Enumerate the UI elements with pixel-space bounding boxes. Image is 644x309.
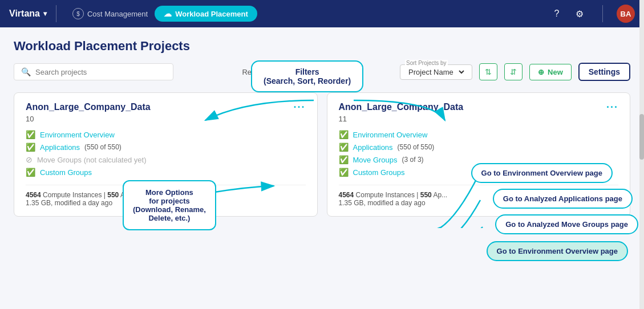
filters-line1: Filters [295, 67, 319, 76]
virtana-brand[interactable]: Virtana ▾ [9, 9, 47, 19]
brand-chevron-icon: ▾ [43, 10, 47, 18]
env-overview-link-1[interactable]: Environment Overview [40, 131, 115, 139]
custom-groups-link-2[interactable]: Custom Groups [353, 168, 405, 177]
ok-icon: ✅ [339, 130, 349, 139]
list-item: ✅ Applications (550 of 550) [339, 143, 619, 152]
more-options-button-2[interactable]: ··· [606, 102, 618, 112]
list-item: ✅ Applications (550 of 550) [26, 143, 306, 152]
disabled-icon: ⊘ [26, 155, 33, 164]
filters-line2: (Search, Sort, Reorder) [264, 76, 351, 86]
virtana-label: Virtana [9, 9, 40, 19]
new-button-label: New [548, 68, 563, 76]
scrollbar[interactable] [639, 0, 644, 309]
cost-management-label: Cost Management [87, 10, 148, 18]
ok-icon: ✅ [339, 143, 349, 152]
card-header-2: Anon_Large_Company_Data ··· [339, 102, 619, 112]
list-item: ✅ Environment Overview [26, 130, 306, 139]
card-title-2: Anon_Large_Company_Data [339, 102, 464, 112]
env-overview-callout-1: Go to Environment Overview page [471, 163, 613, 183]
custom-groups-link-1[interactable]: Custom Groups [40, 168, 92, 177]
sort-label: Sort Projects by [405, 60, 448, 66]
header-right: ? ⚙ BA [548, 5, 635, 23]
applications-callout: Go to Analyzed Applications page [493, 189, 633, 209]
more-options-callout: More Options for projects (Download, Ren… [123, 180, 216, 230]
card-title-1: Anon_Large_Company_Data [26, 102, 151, 112]
card-header-1: Anon_Large_Company_Data ··· [26, 102, 306, 112]
scrollbar-thumb[interactable] [639, 114, 644, 160]
sort-asc-button[interactable]: ⇅ [479, 63, 497, 80]
search-box: 🔍 [14, 63, 173, 80]
cost-management-nav[interactable]: $ Cost Management [66, 6, 155, 22]
move-groups-badge-2: (3 of 3) [402, 156, 424, 164]
more-options-line4: Delete, etc.) [148, 214, 190, 222]
list-item: ✅ Custom Groups [26, 168, 306, 177]
applications-link-2[interactable]: Applications [353, 143, 393, 152]
header-divider [56, 5, 56, 22]
env-overview-callout-2: Go to Environment Overview page [487, 241, 628, 261]
more-options-button-1[interactable]: ··· [293, 102, 305, 112]
env-overview-link-2[interactable]: Environment Overview [353, 131, 428, 139]
search-icon: 🔍 [21, 67, 31, 76]
filters-callout: Filters (Search, Sort, Reorder) [251, 60, 363, 92]
more-options-line3: (Download, Rename, [133, 205, 206, 214]
applications-badge-2: (550 of 550) [398, 143, 435, 151]
header: Virtana ▾ $ Cost Management ☁ Workload P… [0, 0, 644, 27]
sort-desc-button[interactable]: ⇵ [504, 63, 523, 80]
sort-group: Sort Projects by Project Name Date Modif… [400, 64, 472, 80]
plus-icon: ⊕ [538, 68, 544, 76]
applications-badge-1: (550 of 550) [84, 143, 121, 151]
settings-button[interactable]: Settings [578, 63, 630, 81]
cost-icon: $ [72, 8, 84, 19]
ok-icon: ✅ [26, 143, 35, 152]
content-wrapper: Workload Placement Projects 🔍 Results co… [0, 27, 644, 228]
sort-select[interactable]: Project Name Date Modified Size [406, 67, 466, 77]
cloud-icon: ☁ [164, 9, 172, 18]
ok-icon: ✅ [339, 168, 349, 177]
page-title: Workload Placement Projects [14, 39, 630, 54]
settings-icon-button[interactable]: ⚙ [570, 5, 589, 23]
list-item: ⊘ Move Groups (not calculated yet) [26, 155, 306, 164]
applications-link-1[interactable]: Applications [40, 143, 80, 152]
workload-placement-nav[interactable]: ☁ Workload Placement [155, 6, 257, 22]
ok-icon: ✅ [339, 155, 349, 164]
help-button[interactable]: ? [548, 5, 566, 23]
workload-placement-label: Workload Placement [175, 10, 248, 18]
ok-icon: ✅ [26, 130, 35, 139]
card-id-1: 10 [26, 115, 306, 123]
search-input[interactable] [35, 68, 166, 76]
move-groups-callout: Go to Analyzed Move Groups page [495, 214, 638, 234]
more-options-line2: for projects [149, 197, 190, 205]
more-options-line1: More Options [145, 188, 193, 197]
move-groups-link-2[interactable]: Move Groups [353, 156, 398, 164]
header-divider-2 [602, 5, 603, 22]
avatar-button[interactable]: BA [617, 5, 635, 23]
new-project-button[interactable]: ⊕ New [529, 64, 572, 80]
card-id-2: 11 [339, 115, 619, 123]
ok-icon: ✅ [26, 168, 35, 177]
list-item: ✅ Environment Overview [339, 130, 619, 139]
move-groups-disabled-1: Move Groups (not calculated yet) [37, 156, 146, 164]
card-links-1: ✅ Environment Overview ✅ Applications (5… [26, 130, 306, 177]
